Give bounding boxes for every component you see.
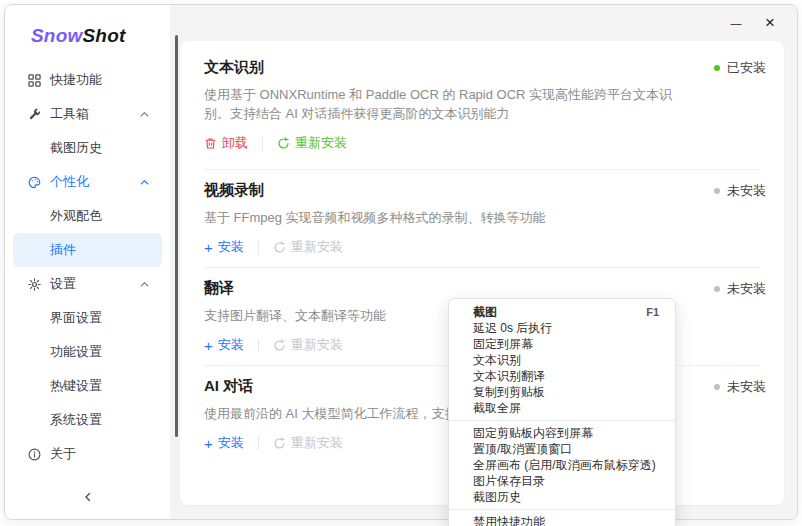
menu-item-copy-to-clipboard[interactable]: 复制到剪贴板: [449, 384, 675, 400]
plugin-title: 文本识别: [204, 57, 760, 77]
context-menu: 截图 F1 延迟 0s 后执行 固定到屏幕 文本识别 文本识别翻译 复制到剪贴板…: [448, 298, 676, 526]
gear-icon: [27, 277, 41, 291]
grid-icon: [27, 73, 41, 87]
sidebar-item-label: 插件: [50, 241, 76, 259]
close-icon: ×: [765, 13, 775, 33]
plugin-actions: + 安装 重新安装: [204, 237, 760, 257]
status-text: 未安装: [727, 378, 766, 396]
scrollbar[interactable]: [175, 35, 178, 437]
status-badge: 未安装: [714, 378, 766, 396]
logo-shot: Shot: [82, 25, 125, 46]
menu-item-label: 截图: [473, 304, 497, 320]
status-text: 未安装: [727, 182, 766, 200]
reinstall-label: 重新安装: [291, 434, 343, 452]
sidebar-item-label: 个性化: [50, 173, 89, 191]
plugin-section-text-recognition: 已安装 文本识别 使用基于 ONNXRuntime 和 Paddle OCR 的…: [204, 41, 760, 170]
menu-item-label: 文本识别翻译: [473, 368, 545, 384]
install-label: 安装: [218, 434, 244, 452]
menu-item-toggle-always-on-top[interactable]: 置顶/取消置顶窗口: [449, 441, 675, 457]
menu-item-delayed-execute[interactable]: 延迟 0s 后执行: [449, 320, 675, 336]
sidebar-item-label: 界面设置: [50, 309, 102, 327]
sidebar-item-function-settings[interactable]: 功能设置: [13, 335, 162, 369]
status-badge: 未安装: [714, 280, 766, 298]
menu-item-pin-to-screen[interactable]: 固定到屏幕: [449, 336, 675, 352]
plus-icon: +: [204, 339, 213, 352]
status-dot: [714, 65, 720, 71]
refresh-icon: [277, 137, 290, 150]
divider: [258, 241, 259, 254]
menu-item-fullscreen-canvas[interactable]: 全屏画布 (启用/取消画布鼠标穿透): [449, 457, 675, 473]
chevron-up-icon: [139, 279, 150, 290]
status-badge: 未安装: [714, 182, 766, 200]
reinstall-button[interactable]: 重新安装: [273, 336, 343, 354]
window-controls: — ×: [723, 11, 783, 35]
menu-item-label: 禁用快捷功能: [473, 514, 545, 526]
menu-divider: [449, 420, 675, 421]
chevron-up-icon: [139, 109, 150, 120]
sidebar-item-quick-actions[interactable]: 快捷功能: [13, 63, 162, 97]
plus-icon: +: [204, 437, 213, 450]
sidebar-item-label: 功能设置: [50, 343, 102, 361]
plugin-section-video-recording: 未安装 视频录制 基于 FFmpeg 实现音频和视频多种格式的录制、转换等功能 …: [204, 170, 760, 268]
status-dot: [714, 188, 720, 194]
refresh-icon: [273, 339, 286, 352]
menu-item-label: 文本识别: [473, 352, 521, 368]
reinstall-label: 重新安装: [291, 238, 343, 256]
install-label: 安装: [218, 238, 244, 256]
menu-item-pin-clipboard-to-screen[interactable]: 固定剪贴板内容到屏幕: [449, 425, 675, 441]
sidebar-item-personalization[interactable]: 个性化: [13, 165, 162, 199]
sidebar-item-label: 快捷功能: [50, 71, 102, 89]
sidebar-item-about[interactable]: 关于: [13, 437, 162, 471]
sidebar-nav: 快捷功能 工具箱 截图历史 个性化: [5, 59, 170, 471]
menu-item-text-recognition-translate[interactable]: 文本识别翻译: [449, 368, 675, 384]
menu-item-disable-quick-actions[interactable]: 禁用快捷功能: [449, 514, 675, 526]
sidebar-item-plugins[interactable]: 插件: [13, 233, 162, 267]
minimize-button[interactable]: —: [723, 11, 749, 35]
menu-item-text-recognition[interactable]: 文本识别: [449, 352, 675, 368]
sidebar-item-label: 系统设置: [50, 411, 102, 429]
plugin-description: 使用基于 ONNXRuntime 和 Paddle OCR 的 Rapid OC…: [204, 85, 760, 123]
trash-icon: [204, 137, 217, 150]
sidebar-item-screenshot-history[interactable]: 截图历史: [13, 131, 162, 165]
menu-item-image-save-directory[interactable]: 图片保存目录: [449, 473, 675, 489]
refresh-icon: [273, 437, 286, 450]
palette-icon: [27, 175, 41, 189]
install-button[interactable]: + 安装: [204, 336, 244, 354]
app-logo: SnowShot: [5, 5, 170, 59]
menu-item-label: 全屏画布 (启用/取消画布鼠标穿透): [473, 457, 656, 473]
plugin-description: 基于 FFmpeg 实现音频和视频多种格式的录制、转换等功能: [204, 208, 760, 227]
sidebar-item-toolbox[interactable]: 工具箱: [13, 97, 162, 131]
sidebar-item-label: 热键设置: [50, 377, 102, 395]
sidebar-collapse-button[interactable]: [5, 487, 170, 509]
chevron-left-icon: [82, 489, 94, 507]
reinstall-button[interactable]: 重新安装: [273, 434, 343, 452]
close-button[interactable]: ×: [757, 11, 783, 35]
menu-item-screenshot[interactable]: 截图 F1: [449, 304, 675, 320]
divider: [258, 437, 259, 450]
uninstall-label: 卸载: [222, 134, 248, 152]
sidebar-item-hotkey-settings[interactable]: 热键设置: [13, 369, 162, 403]
info-icon: [27, 447, 41, 461]
menu-item-label: 截图历史: [473, 489, 521, 505]
status-dot: [714, 286, 720, 292]
refresh-icon: [273, 241, 286, 254]
uninstall-button[interactable]: 卸载: [204, 134, 248, 152]
plus-icon: +: [204, 241, 213, 254]
status-dot: [714, 384, 720, 390]
sidebar-item-system-settings[interactable]: 系统设置: [13, 403, 162, 437]
shortcut-label: F1: [646, 304, 659, 320]
menu-item-screenshot-history[interactable]: 截图历史: [449, 489, 675, 505]
wrench-icon: [27, 107, 41, 121]
sidebar-item-label: 截图历史: [50, 139, 102, 157]
status-text: 未安装: [727, 280, 766, 298]
sidebar-item-settings[interactable]: 设置: [13, 267, 162, 301]
sidebar-item-ui-settings[interactable]: 界面设置: [13, 301, 162, 335]
menu-item-capture-fullscreen[interactable]: 截取全屏: [449, 400, 675, 416]
menu-item-label: 延迟 0s 后执行: [473, 320, 552, 336]
sidebar-item-appearance[interactable]: 外观配色: [13, 199, 162, 233]
reinstall-label: 重新安装: [291, 336, 343, 354]
install-button[interactable]: + 安装: [204, 434, 244, 452]
reinstall-button[interactable]: 重新安装: [277, 134, 347, 152]
reinstall-button[interactable]: 重新安装: [273, 238, 343, 256]
install-button[interactable]: + 安装: [204, 238, 244, 256]
